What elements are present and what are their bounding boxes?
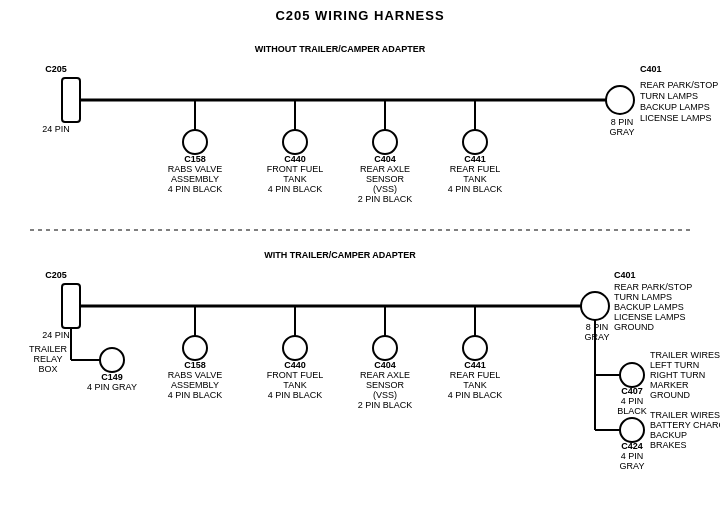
- section2-title: WITH TRAILER/CAMPER ADAPTER: [264, 250, 416, 260]
- s2-c407-id: C407: [621, 386, 643, 396]
- s1-c205-label: C205: [45, 64, 67, 74]
- s2-c407-desc2: LEFT TURN: [650, 360, 699, 370]
- s2-c404-l3: (VSS): [373, 390, 397, 400]
- s2-8pin-label: 8 PIN: [586, 322, 609, 332]
- s2-c401-desc2: TURN LAMPS: [614, 292, 672, 302]
- s2-24pin-label: 24 PIN: [42, 330, 70, 340]
- s2-c440-l2: TANK: [283, 380, 306, 390]
- s1-c440-l3: 4 PIN BLACK: [268, 184, 323, 194]
- section1-title: WITHOUT TRAILER/CAMPER ADAPTER: [255, 44, 426, 54]
- s1-c401-desc2: TURN LAMPS: [640, 91, 698, 101]
- s2-c424-desc1: TRAILER WIRES: [650, 410, 720, 420]
- s1-c440-l2: TANK: [283, 174, 306, 184]
- s2-c407-pin2: BLACK: [617, 406, 647, 416]
- svg-point-30: [620, 418, 644, 442]
- s1-c158-l3: 4 PIN BLACK: [168, 184, 223, 194]
- svg-point-6: [283, 130, 307, 154]
- svg-point-23: [373, 336, 397, 360]
- s1-c158-l2: ASSEMBLY: [171, 174, 219, 184]
- svg-point-4: [183, 130, 207, 154]
- s2-c158-l1: RABS VALVE: [168, 370, 223, 380]
- s2-c441-l3: 4 PIN BLACK: [448, 390, 503, 400]
- svg-point-16: [100, 348, 124, 372]
- svg-rect-13: [62, 284, 80, 328]
- s1-c401-label: C401: [640, 64, 662, 74]
- s2-gray-label: GRAY: [585, 332, 610, 342]
- s2-c440-id: C440: [284, 360, 306, 370]
- s2-c441-l2: TANK: [463, 380, 486, 390]
- s2-c158-id: C158: [184, 360, 206, 370]
- s1-24pin-label: 24 PIN: [42, 124, 70, 134]
- s1-c440-id: C440: [284, 154, 306, 164]
- svg-point-17: [581, 292, 609, 320]
- svg-rect-1: [62, 78, 80, 122]
- s1-c401-desc1: REAR PARK/STOP: [640, 80, 718, 90]
- svg-point-21: [283, 336, 307, 360]
- s2-c404-l2: SENSOR: [366, 380, 405, 390]
- svg-point-25: [463, 336, 487, 360]
- svg-point-19: [183, 336, 207, 360]
- s2-c404-l1: REAR AXLE: [360, 370, 410, 380]
- s1-gray-label: GRAY: [610, 127, 635, 137]
- s1-c404-l3: (VSS): [373, 184, 397, 194]
- s2-c404-l4: 2 PIN BLACK: [358, 400, 413, 410]
- s1-8pin-label: 8 PIN: [611, 117, 634, 127]
- svg-point-10: [463, 130, 487, 154]
- s1-c404-l4: 2 PIN BLACK: [358, 194, 413, 204]
- s2-c441-id: C441: [464, 360, 486, 370]
- s1-c401-desc4: LICENSE LAMPS: [640, 113, 712, 123]
- s2-trailer-relay-l3: BOX: [38, 364, 57, 374]
- s2-c407-desc4: MARKER: [650, 380, 689, 390]
- s1-c158-id: C158: [184, 154, 206, 164]
- s2-c424-desc3: BACKUP: [650, 430, 687, 440]
- s2-c404-id: C404: [374, 360, 396, 370]
- s2-c407-pin1: 4 PIN: [621, 396, 644, 406]
- s2-c149-id: C149: [101, 372, 123, 382]
- s2-c401-desc3: BACKUP LAMPS: [614, 302, 684, 312]
- s2-c401-desc1: REAR PARK/STOP: [614, 282, 692, 292]
- s2-c440-l3: 4 PIN BLACK: [268, 390, 323, 400]
- s2-c441-l1: REAR FUEL: [450, 370, 501, 380]
- s2-c424-desc2: BATTERY CHARGE: [650, 420, 720, 430]
- s2-c158-l2: ASSEMBLY: [171, 380, 219, 390]
- diagram-container: C205 WIRING HARNESS WITHOUT TRAILER/CAMP…: [0, 0, 720, 517]
- s1-c440-l1: FRONT FUEL: [267, 164, 323, 174]
- s1-c404-id: C404: [374, 154, 396, 164]
- s2-c407-desc1: TRAILER WIRES: [650, 350, 720, 360]
- svg-point-8: [373, 130, 397, 154]
- s2-c424-pin2: GRAY: [620, 461, 645, 471]
- s2-c424-desc4: BRAKES: [650, 440, 687, 450]
- svg-point-2: [606, 86, 634, 114]
- s2-c158-l3: 4 PIN BLACK: [168, 390, 223, 400]
- s1-c441-l1: REAR FUEL: [450, 164, 501, 174]
- s1-c441-id: C441: [464, 154, 486, 164]
- s2-c401-label: C401: [614, 270, 636, 280]
- s2-c401-desc4: LICENSE LAMPS: [614, 312, 686, 322]
- s2-trailer-relay-l1: TRAILER: [29, 344, 68, 354]
- s1-c158-l1: RABS VALVE: [168, 164, 223, 174]
- s2-c407-desc3: RIGHT TURN: [650, 370, 705, 380]
- s1-c441-l2: TANK: [463, 174, 486, 184]
- s2-c205-label: C205: [45, 270, 67, 280]
- s2-trailer-relay-l2: RELAY: [34, 354, 63, 364]
- s2-c407-desc5: GROUND: [650, 390, 690, 400]
- s2-c149-pin: 4 PIN GRAY: [87, 382, 137, 392]
- s1-c441-l3: 4 PIN BLACK: [448, 184, 503, 194]
- s1-c404-l2: SENSOR: [366, 174, 405, 184]
- svg-point-28: [620, 363, 644, 387]
- s1-c401-desc3: BACKUP LAMPS: [640, 102, 710, 112]
- s2-c440-l1: FRONT FUEL: [267, 370, 323, 380]
- s2-c424-pin1: 4 PIN: [621, 451, 644, 461]
- s2-c424-id: C424: [621, 441, 643, 451]
- s1-c404-l1: REAR AXLE: [360, 164, 410, 174]
- s2-c401-desc5: GROUND: [614, 322, 654, 332]
